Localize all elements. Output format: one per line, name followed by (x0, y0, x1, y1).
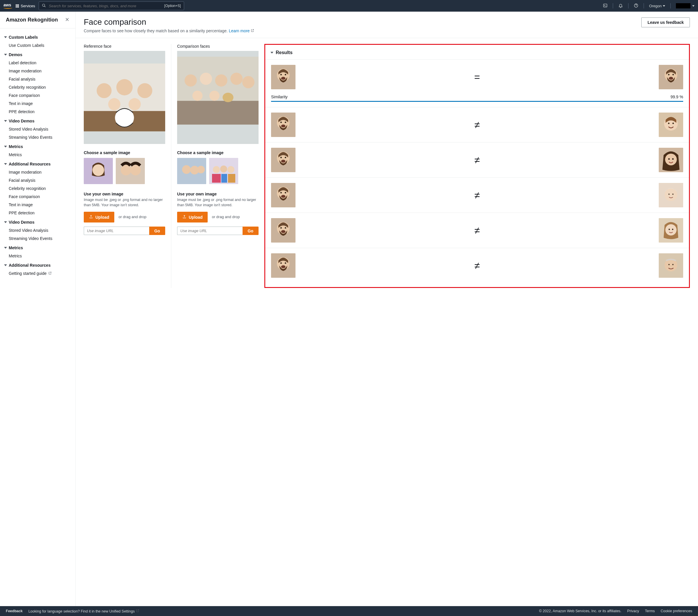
unified-settings-link[interactable]: Unified Settings (109, 609, 139, 613)
sidebar-item[interactable]: Facial analysis (0, 75, 75, 83)
caret-down-icon (4, 120, 7, 122)
search-icon (42, 3, 46, 9)
comparison-column: Comparison faces Choose a sample image U… (177, 44, 259, 235)
caret-down-icon (663, 5, 665, 7)
go-button[interactable]: Go (242, 227, 259, 235)
sidebar-item[interactable]: Use Custom Labels (0, 41, 75, 50)
footer: Feedback Looking for language selection?… (0, 606, 698, 616)
svg-point-60 (42, 4, 45, 6)
own-image-heading: Use your own image (177, 192, 259, 196)
upload-icon (89, 215, 93, 220)
sidebar-section-heading[interactable]: Video Demos (0, 217, 75, 226)
result-source-thumb (271, 253, 295, 278)
sidebar-item[interactable]: Getting started guide (0, 269, 75, 278)
cloudshell-icon[interactable] (603, 3, 608, 9)
leave-feedback-button[interactable]: Leave us feedback (641, 17, 690, 27)
sample-thumb-3[interactable] (177, 158, 206, 184)
sidebar-item[interactable]: Facial analysis (0, 176, 75, 184)
help-icon[interactable] (634, 3, 638, 9)
image-url-input[interactable] (177, 227, 242, 235)
aws-logo[interactable]: aws (3, 3, 12, 9)
sidebar-item[interactable]: Metrics (0, 252, 75, 260)
go-button[interactable]: Go (149, 227, 165, 235)
sidebar-item[interactable]: Face comparison (0, 193, 75, 201)
result-target-thumb (659, 218, 683, 242)
sidebar-item[interactable]: Text in image (0, 99, 75, 108)
sample-thumb-1[interactable] (84, 158, 113, 184)
sidebar-item[interactable]: Image moderation (0, 67, 75, 75)
account-menu[interactable] (676, 3, 695, 9)
sidebar-item[interactable]: PPE detection (0, 209, 75, 217)
search-hint: [Option+S] (164, 4, 181, 8)
result-target-thumb (659, 65, 683, 89)
not-equals-icon: ≠ (474, 225, 480, 236)
result-row: ≠ (265, 213, 689, 248)
sidebar-section-heading[interactable]: Additional Resources (0, 159, 75, 168)
upload-button[interactable]: Upload (84, 212, 114, 223)
drag-drop-text: or drag and drop (118, 215, 146, 220)
sidebar-item[interactable]: Text in image (0, 201, 75, 209)
sidebar-section-heading[interactable]: Additional Resources (0, 260, 75, 269)
result-target-thumb (659, 148, 683, 172)
result-source-thumb (271, 113, 295, 137)
results-heading[interactable]: Results (265, 49, 689, 59)
comparison-image[interactable] (177, 51, 259, 144)
sample-heading: Choose a sample image (84, 150, 165, 155)
sidebar-item[interactable]: Streaming Video Events (0, 133, 75, 141)
sidebar-item[interactable]: Face comparison (0, 91, 75, 99)
image-url-input[interactable] (84, 227, 149, 235)
caret-down-icon (4, 221, 7, 223)
close-icon[interactable] (65, 17, 70, 23)
result-target-thumb (659, 183, 683, 207)
upload-button[interactable]: Upload (177, 212, 208, 223)
footer-copyright: © 2022, Amazon Web Services, Inc. or its… (539, 609, 621, 613)
sidebar-item[interactable]: PPE detection (0, 108, 75, 116)
learn-more-link[interactable]: Learn more (229, 28, 254, 33)
sidebar-section-heading[interactable]: Metrics (0, 141, 75, 151)
reference-label: Reference face (84, 44, 165, 48)
footer-terms[interactable]: Terms (645, 609, 655, 613)
comparison-label: Comparison faces (177, 44, 259, 48)
sidebar-section-heading[interactable]: Demos (0, 50, 75, 59)
caret-down-icon (4, 36, 7, 38)
search-input[interactable] (49, 4, 162, 8)
sidebar-section-heading[interactable]: Metrics (0, 242, 75, 252)
external-link-icon (48, 271, 52, 276)
caret-down-icon (4, 264, 7, 266)
sidebar-item[interactable]: Stored Video Analysis (0, 125, 75, 133)
not-equals-icon: ≠ (474, 190, 480, 201)
sidebar-item[interactable]: Stored Video Analysis (0, 226, 75, 235)
caret-down-icon (4, 146, 7, 148)
global-search[interactable]: [Option+S] (39, 1, 184, 10)
reference-column: Reference face Choose a sample image Use… (84, 44, 165, 235)
not-equals-icon: ≠ (474, 119, 480, 130)
caret-down-icon (270, 52, 274, 54)
not-equals-icon: ≠ (474, 154, 480, 166)
result-row: ≠ (265, 107, 689, 142)
result-row: ≠ (265, 142, 689, 178)
caret-down-icon (4, 163, 7, 165)
footer-privacy[interactable]: Privacy (627, 609, 639, 613)
sample-thumb-2[interactable] (116, 158, 145, 184)
region-selector[interactable]: Oregon (649, 4, 665, 8)
sidebar-item[interactable]: Celebrity recognition (0, 184, 75, 193)
result-row: ≠ (265, 178, 689, 213)
sidebar-item[interactable]: Label detection (0, 59, 75, 67)
sidebar-item[interactable]: Image moderation (0, 168, 75, 176)
sidebar: Amazon Rekognition Custom LabelsUse Cust… (0, 12, 75, 606)
sidebar-item[interactable]: Metrics (0, 151, 75, 159)
sidebar-item[interactable]: Streaming Video Events (0, 235, 75, 242)
result-source-thumb (271, 218, 295, 242)
sidebar-item[interactable]: Celebrity recognition (0, 83, 75, 91)
svg-rect-62 (603, 4, 607, 7)
sample-heading: Choose a sample image (177, 150, 259, 155)
sidebar-section-heading[interactable]: Video Demos (0, 116, 75, 125)
reference-image[interactable] (84, 51, 165, 144)
sample-thumb-4[interactable] (209, 158, 238, 184)
footer-feedback[interactable]: Feedback (6, 609, 23, 613)
footer-cookie[interactable]: Cookie preferences (661, 609, 692, 613)
account-redacted (676, 3, 690, 9)
bell-icon[interactable] (618, 3, 623, 9)
sidebar-section-heading[interactable]: Custom Labels (0, 32, 75, 41)
services-menu[interactable]: Services (16, 4, 35, 8)
